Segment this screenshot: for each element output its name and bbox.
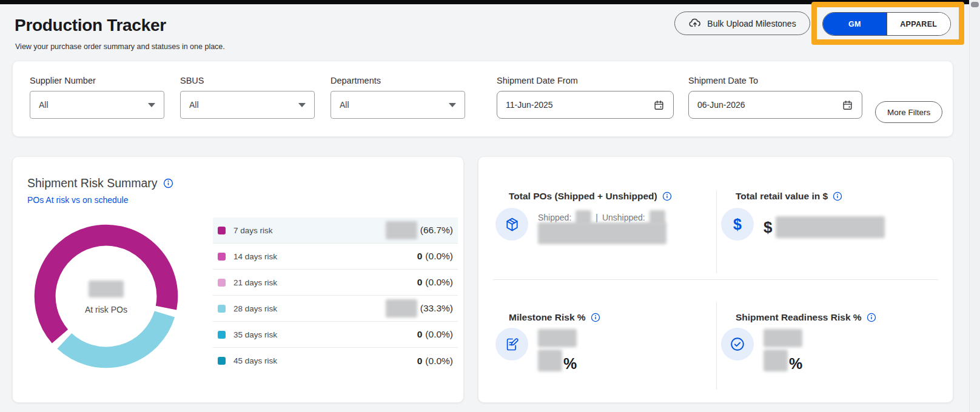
cloud-upload-icon — [688, 17, 702, 30]
info-icon[interactable] — [662, 191, 672, 201]
chevron-down-icon — [148, 103, 155, 107]
supplier-number-select[interactable]: All — [30, 91, 164, 119]
date-to-label: Shipment Date To — [688, 76, 862, 85]
redacted-total-pos-value — [538, 222, 666, 244]
percent-suffix: % — [789, 356, 802, 371]
sbus-select[interactable]: All — [180, 91, 315, 119]
donut-center-label: At risk POs — [30, 305, 183, 314]
legend-swatch — [218, 331, 226, 339]
departments-value: All — [340, 100, 349, 110]
redacted-milestone-percent — [538, 350, 562, 371]
legend-row-21-days[interactable]: 21 days risk 0(0.0%) — [213, 270, 458, 296]
risk-summary-subtitle[interactable]: POs At risk vs on schedule — [27, 195, 129, 205]
filter-shipment-date-to: Shipment Date To 06-Jun-2026 — [688, 76, 862, 119]
filter-supplier-number: Supplier Number All — [30, 76, 164, 119]
total-pos-title: Total POs (Shipped + Unshipped) — [509, 191, 657, 202]
page-subtitle: View your purchase order summary and sta… — [15, 42, 225, 51]
divider — [493, 279, 938, 280]
redacted-readiness-percent — [764, 350, 788, 371]
date-to-value: 06-Jun-2026 — [697, 100, 745, 110]
date-from-value: 11-Jun-2025 — [506, 100, 553, 110]
check-circle-icon — [721, 328, 754, 360]
sbus-label: SBUS — [180, 76, 315, 85]
redacted-readiness-ratio — [764, 329, 802, 347]
gm-apparel-toggle: GM APPAREL — [822, 12, 951, 36]
legend-row-28-days[interactable]: 28 days risk (33.3%) — [213, 296, 458, 322]
calendar-icon — [842, 99, 853, 111]
filter-departments: Departments All — [331, 76, 465, 119]
departments-select[interactable]: All — [331, 91, 465, 119]
scrollbar-track[interactable] — [969, 0, 980, 412]
legend-swatch — [218, 227, 226, 234]
kpi-summary-card: Total POs (Shipped + Unshipped) Shipped:… — [478, 156, 953, 403]
info-icon[interactable] — [591, 313, 600, 322]
redacted-value — [386, 299, 417, 317]
more-filters-button[interactable]: More Filters — [875, 101, 942, 123]
sbus-value: All — [189, 100, 199, 110]
dollar-icon: $ — [721, 208, 754, 241]
total-retail-title: Total retail value in $ — [736, 191, 828, 202]
info-icon[interactable] — [163, 178, 173, 188]
legend-row-45-days[interactable]: 45 days risk 0(0.0%) — [213, 348, 458, 374]
supplier-number-value: All — [39, 100, 49, 110]
legend-row-7-days[interactable]: 7 days risk (66.7%) — [213, 218, 458, 244]
calendar-icon — [653, 99, 665, 111]
legend-swatch — [218, 357, 226, 365]
currency-prefix: $ — [764, 218, 772, 237]
milestone-edit-icon — [495, 328, 528, 360]
shipment-risk-summary-card: Shipment Risk Summary POs At risk vs on … — [12, 156, 464, 403]
bulk-upload-milestones-button[interactable]: Bulk Upload Milestones — [674, 12, 810, 35]
info-icon[interactable] — [867, 313, 876, 322]
package-icon — [495, 208, 528, 241]
toggle-option-gm[interactable]: GM — [823, 13, 887, 35]
filter-sbus: SBUS All — [180, 76, 315, 119]
shipment-readiness-title: Shipment Readiness Risk % — [736, 312, 862, 323]
percent-suffix: % — [563, 356, 577, 371]
legend-swatch — [218, 305, 226, 313]
divider — [716, 302, 717, 390]
risk-summary-title: Shipment Risk Summary — [27, 176, 158, 190]
donut-segment-28-days — [64, 314, 164, 357]
chevron-down-icon — [449, 103, 456, 107]
info-icon[interactable] — [833, 191, 842, 201]
toggle-option-apparel[interactable]: APPAREL — [887, 13, 951, 35]
production-tracker-page: Production Tracker View your purchase or… — [0, 0, 980, 412]
legend-row-14-days[interactable]: 14 days risk 0(0.0%) — [213, 244, 458, 270]
bulk-upload-label: Bulk Upload Milestones — [707, 19, 796, 28]
scrollbar-thumb[interactable] — [971, 2, 979, 7]
redacted-value — [386, 221, 417, 239]
redacted-milestone-ratio — [538, 329, 577, 347]
redacted-retail-value — [776, 216, 885, 238]
supplier-number-label: Supplier Number — [30, 76, 164, 85]
milestone-risk-title: Milestone Risk % — [509, 312, 586, 323]
legend-row-35-days[interactable]: 35 days risk 0(0.0%) — [213, 322, 458, 348]
chevron-down-icon — [298, 103, 306, 107]
date-from-label: Shipment Date From — [497, 76, 674, 85]
legend-swatch — [218, 279, 226, 287]
legend-swatch — [218, 253, 226, 261]
date-from-input[interactable]: 11-Jun-2025 — [497, 91, 674, 119]
redacted-at-risk-count — [89, 281, 124, 297]
filter-shipment-date-from: Shipment Date From 11-Jun-2025 — [497, 76, 674, 119]
filter-bar: Supplier Number All SBUS All Departments… — [12, 61, 953, 137]
risk-legend: 7 days risk (66.7%) 14 days risk 0(0.0%)… — [213, 218, 458, 374]
date-to-input[interactable]: 06-Jun-2026 — [688, 91, 862, 119]
departments-label: Departments — [331, 76, 465, 85]
page-title: Production Tracker — [15, 16, 166, 35]
at-risk-donut-chart[interactable]: At risk POs — [30, 220, 183, 373]
divider — [716, 191, 717, 273]
